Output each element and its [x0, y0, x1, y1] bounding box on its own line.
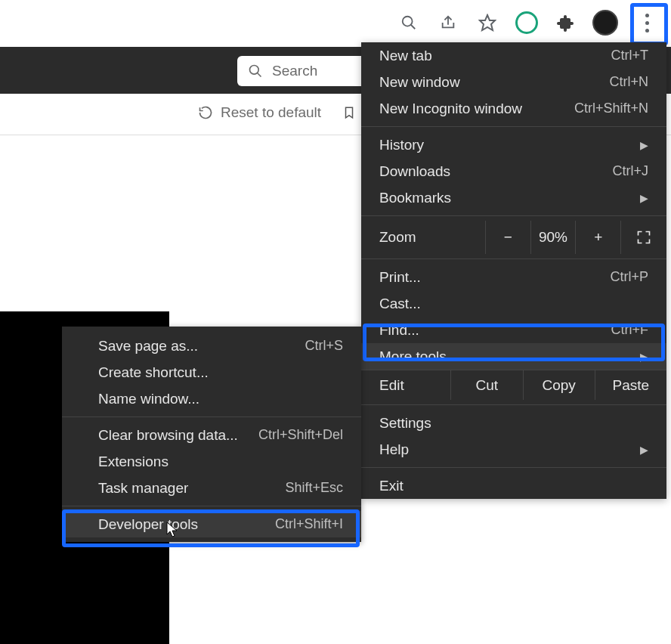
- chrome-menu-button[interactable]: [632, 8, 662, 38]
- submenu-name-window[interactable]: Name window...: [62, 385, 361, 412]
- menu-history[interactable]: History▶: [361, 132, 666, 158]
- zoom-in-button[interactable]: +: [575, 221, 620, 254]
- menu-zoom-row: Zoom − 90% +: [361, 221, 666, 254]
- menu-downloads[interactable]: DownloadsCtrl+J: [361, 158, 666, 184]
- zoom-label: Zoom: [361, 229, 485, 246]
- menu-edit-row: Edit Cut Copy Paste: [361, 370, 666, 400]
- chrome-main-menu: New tabCtrl+T New windowCtrl+N New Incog…: [361, 42, 666, 499]
- menu-bookmarks[interactable]: Bookmarks▶: [361, 184, 666, 211]
- menu-new-window[interactable]: New windowCtrl+N: [361, 69, 666, 95]
- extensions-puzzle-icon[interactable]: [553, 10, 579, 36]
- more-tools-submenu: Save page as...Ctrl+S Create shortcut...…: [62, 327, 361, 542]
- search-placeholder: Search: [272, 63, 317, 79]
- paste-button[interactable]: Paste: [595, 370, 666, 400]
- share-icon[interactable]: [435, 10, 461, 36]
- svg-line-1: [411, 25, 416, 29]
- svg-point-3: [250, 66, 259, 75]
- fullscreen-button[interactable]: [620, 221, 666, 254]
- edit-label: Edit: [361, 370, 450, 400]
- profile-avatar[interactable]: [592, 10, 618, 36]
- zoom-icon[interactable]: [396, 10, 422, 36]
- zoom-out-button[interactable]: −: [485, 221, 530, 254]
- zoom-value: 90%: [530, 221, 576, 254]
- reset-label: Reset to default: [221, 104, 321, 121]
- browser-toolbar: [0, 0, 671, 47]
- star-icon[interactable]: [475, 10, 500, 36]
- submenu-create-shortcut[interactable]: Create shortcut...: [62, 359, 361, 385]
- bookmark-icon[interactable]: [342, 105, 356, 120]
- submenu-save-page[interactable]: Save page as...Ctrl+S: [62, 333, 361, 359]
- cut-button[interactable]: Cut: [450, 370, 522, 400]
- grammarly-icon[interactable]: [514, 10, 540, 36]
- copy-button[interactable]: Copy: [523, 370, 595, 400]
- menu-new-incognito[interactable]: New Incognito windowCtrl+Shift+N: [361, 95, 666, 122]
- menu-exit[interactable]: Exit: [361, 472, 666, 499]
- menu-cast[interactable]: Cast...: [361, 290, 666, 317]
- svg-line-4: [258, 73, 261, 77]
- svg-point-0: [403, 17, 413, 26]
- submenu-extensions[interactable]: Extensions: [62, 448, 361, 475]
- menu-help[interactable]: Help▶: [361, 436, 666, 463]
- menu-more-tools[interactable]: More tools▶: [361, 343, 666, 370]
- menu-print[interactable]: Print...Ctrl+P: [361, 264, 666, 290]
- menu-new-tab[interactable]: New tabCtrl+T: [361, 42, 666, 69]
- menu-settings[interactable]: Settings: [361, 410, 666, 436]
- submenu-task-manager[interactable]: Task managerShift+Esc: [62, 475, 361, 501]
- submenu-developer-tools[interactable]: Developer toolsCtrl+Shift+I: [62, 511, 361, 537]
- submenu-clear-browsing-data[interactable]: Clear browsing data...Ctrl+Shift+Del: [62, 422, 361, 448]
- menu-find[interactable]: Find...Ctrl+F: [361, 317, 666, 343]
- svg-marker-2: [480, 15, 495, 30]
- reset-to-default-button[interactable]: Reset to default: [198, 104, 356, 121]
